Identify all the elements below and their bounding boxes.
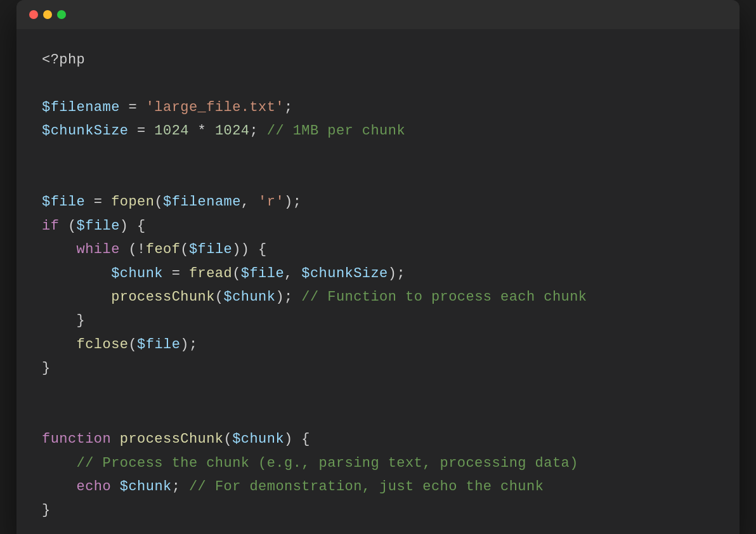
code-line-processchunk: processChunk($chunk); // Function to pro… [42, 285, 714, 309]
code-line-fread: $chunk = fread($file, $chunkSize); [42, 262, 714, 285]
code-line-filename: $filename = 'large_file.txt'; [42, 96, 714, 119]
code-line-func-close: } [42, 498, 714, 522]
maximize-button[interactable] [57, 10, 66, 19]
titlebar [16, 0, 740, 29]
code-window: <?php $filename = 'large_file.txt'; $chu… [16, 0, 740, 534]
code-editor: <?php $filename = 'large_file.txt'; $chu… [16, 29, 740, 534]
code-line-func-def: function processChunk($chunk) { [42, 427, 714, 451]
code-line-if: if ($file) { [42, 214, 714, 238]
blank-line [42, 404, 714, 427]
code-line-php-tag: <?php [42, 48, 714, 72]
code-line-comment-process: // Process the chunk (e.g., parsing text… [42, 452, 714, 475]
code-line-chunksize: $chunkSize = 1024 * 1024; // 1MB per chu… [42, 119, 714, 143]
code-line-if-close: } [42, 356, 714, 380]
code-line-while: while (!feof($file)) { [42, 238, 714, 261]
close-button[interactable] [29, 10, 38, 19]
blank-line [42, 167, 714, 190]
code-line-while-close: } [42, 309, 714, 332]
minimize-button[interactable] [43, 10, 52, 19]
blank-line [42, 380, 714, 403]
code-line-fclose: fclose($file); [42, 333, 714, 356]
blank-line [42, 143, 714, 167]
code-line-fopen: $file = fopen($filename, 'r'); [42, 190, 714, 214]
blank-line [42, 72, 714, 95]
code-line-echo: echo $chunk; // For demonstration, just … [42, 475, 714, 498]
